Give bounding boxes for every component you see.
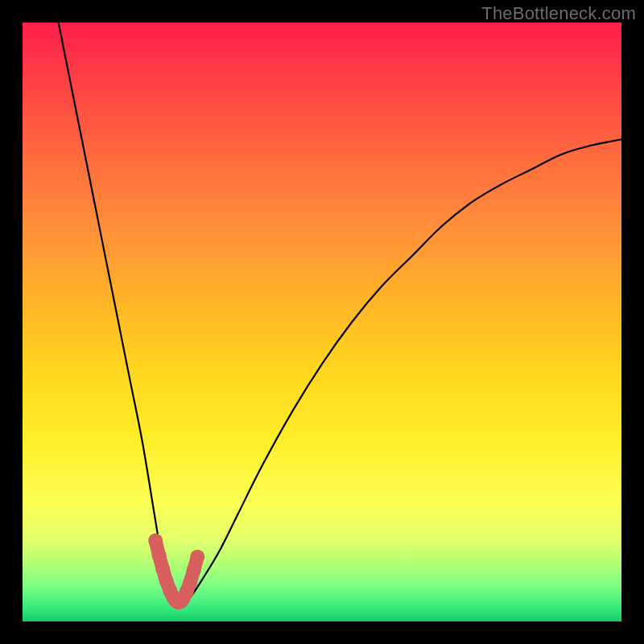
highlight-dots bbox=[148, 534, 204, 610]
highlight-dot bbox=[187, 563, 201, 577]
chart-plot-area bbox=[23, 23, 621, 621]
chart-svg bbox=[23, 23, 621, 621]
watermark: TheBottleneck.com bbox=[481, 3, 636, 24]
highlight-dot bbox=[148, 534, 163, 548]
chart-frame: TheBottleneck.com bbox=[0, 0, 644, 644]
highlight-dot bbox=[152, 548, 167, 563]
main-curve bbox=[59, 23, 621, 605]
highlight-dot bbox=[190, 550, 204, 564]
curve-group bbox=[59, 23, 621, 609]
